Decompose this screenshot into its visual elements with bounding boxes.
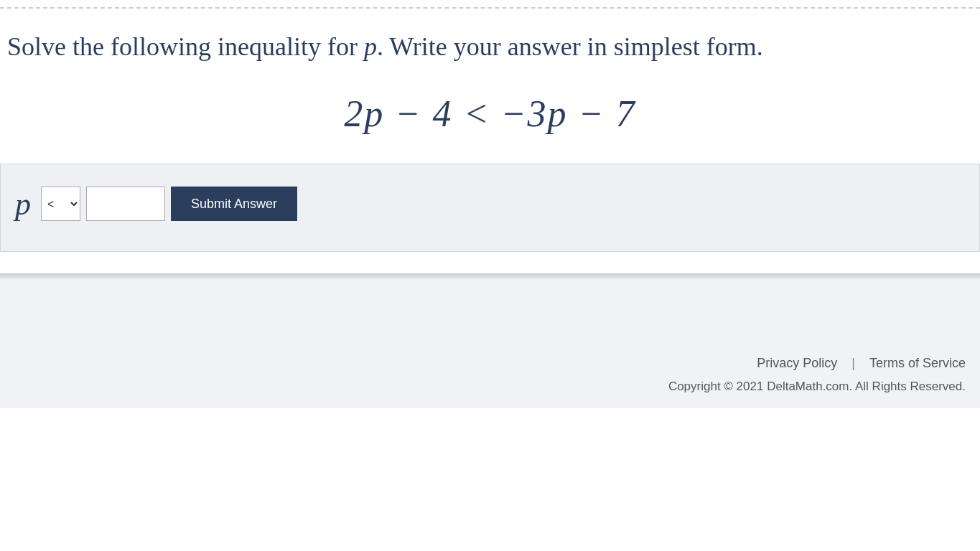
inequality-select[interactable]: < ≤ > ≥ (41, 187, 80, 221)
terms-of-service-link[interactable]: Terms of Service (869, 356, 966, 371)
footer-links: Privacy Policy | Terms of Service (757, 356, 966, 371)
privacy-policy-link[interactable]: Privacy Policy (757, 356, 837, 371)
equation-display: 2p − 4 < −3p − 7 (344, 93, 635, 135)
answer-input[interactable] (86, 187, 165, 221)
problem-statement: Solve the following inequality for p. Wr… (7, 30, 973, 64)
main-content: Solve the following inequality for p. Wr… (0, 9, 980, 266)
footer: Privacy Policy | Terms of Service Copyri… (0, 279, 980, 408)
answer-area: p < ≤ > ≥ Submit Answer (0, 164, 980, 252)
answer-variable-label: p (15, 186, 31, 222)
submit-answer-button[interactable]: Submit Answer (171, 187, 297, 221)
equation-container: 2p − 4 < −3p − 7 (7, 93, 973, 135)
statement-variable: p (364, 32, 377, 61)
footer-separator (0, 273, 980, 279)
statement-suffix: . Write your answer in simplest form. (377, 32, 763, 61)
footer-copyright: Copyright © 2021 DeltaMath.com. All Righ… (668, 380, 966, 394)
statement-prefix: Solve the following inequality for (7, 32, 358, 61)
footer-separator-char: | (851, 356, 855, 371)
